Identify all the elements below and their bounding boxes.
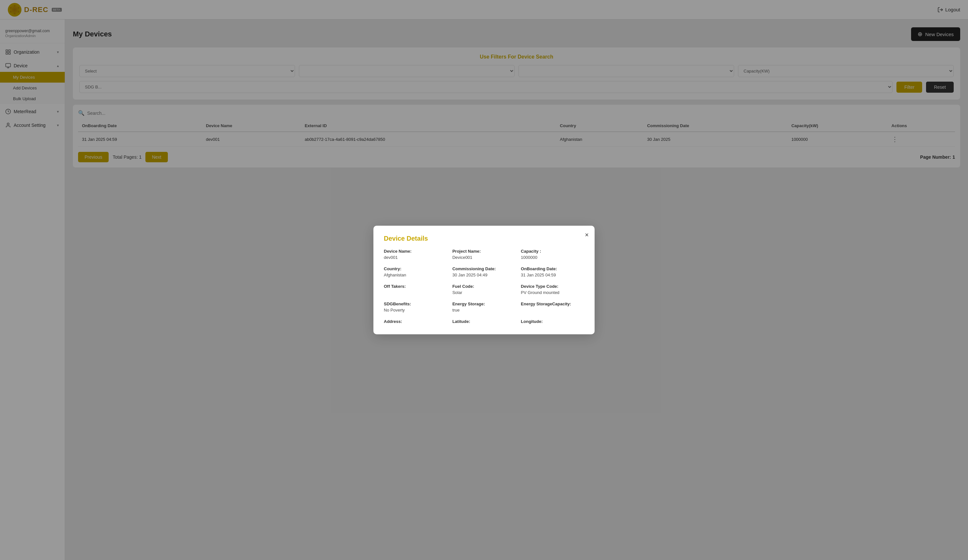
modal-field-item: Device Name:dev001 <box>384 249 447 260</box>
modal-field-value: 30 Jan 2025 04:49 <box>453 273 516 277</box>
modal-field-item: OnBoarding Date:31 Jan 2025 04:59 <box>521 266 584 277</box>
modal-field-value: Solar <box>453 290 516 295</box>
modal-field-item: Longitude: <box>521 319 584 325</box>
modal-field-item: Fuel Code:Solar <box>453 284 516 295</box>
modal-field-item: Project Name:Device001 <box>453 249 516 260</box>
modal-field-label: Longitude: <box>521 319 584 324</box>
modal-field-item: Device Type Code:PV Ground mounted <box>521 284 584 295</box>
modal-overlay[interactable]: Device Details × Device Name:dev001Proje… <box>0 0 968 560</box>
modal-field-label: Project Name: <box>453 249 516 253</box>
modal-fields-grid: Device Name:dev001Project Name:Device001… <box>384 249 584 325</box>
modal-field-label: Address: <box>384 319 447 324</box>
modal-field-item: Energy StorageCapacity: <box>521 302 584 313</box>
modal-field-value: No Poverty <box>384 308 447 313</box>
modal-field-label: OnBoarding Date: <box>521 266 584 271</box>
modal-field-item: SDGBenefits:No Poverty <box>384 302 447 313</box>
modal-field-value: true <box>453 308 516 313</box>
modal-field-label: Device Type Code: <box>521 284 584 289</box>
modal-field-label: Commissioning Date: <box>453 266 516 271</box>
modal-field-item: Latitude: <box>453 319 516 325</box>
modal-field-label: Fuel Code: <box>453 284 516 289</box>
modal-field-item: Address: <box>384 319 447 325</box>
modal-field-label: Capacity : <box>521 249 584 253</box>
modal-field-item: Country:Afghanistan <box>384 266 447 277</box>
modal-field-value: Device001 <box>453 255 516 260</box>
modal-field-label: SDGBenefits: <box>384 302 447 307</box>
modal-field-label: Energy Storage: <box>453 302 516 307</box>
modal-field-value: PV Ground mounted <box>521 290 584 295</box>
modal-field-label: Latitude: <box>453 319 516 324</box>
modal-field-value: Afghanistan <box>384 273 447 277</box>
modal-field-label: Energy StorageCapacity: <box>521 302 584 307</box>
modal-field-label: Device Name: <box>384 249 447 253</box>
modal-field-label: Country: <box>384 266 447 271</box>
modal-field-item: Commissioning Date:30 Jan 2025 04:49 <box>453 266 516 277</box>
modal-field-value: 1000000 <box>521 255 584 260</box>
modal-field-item: Off Takers: <box>384 284 447 295</box>
modal-field-label: Off Takers: <box>384 284 447 289</box>
modal-field-item: Capacity :1000000 <box>521 249 584 260</box>
modal-title: Device Details <box>384 235 584 242</box>
device-details-modal: Device Details × Device Name:dev001Proje… <box>373 226 595 334</box>
modal-field-value: 31 Jan 2025 04:59 <box>521 273 584 277</box>
modal-close-button[interactable]: × <box>585 232 589 238</box>
modal-field-value: dev001 <box>384 255 447 260</box>
modal-field-item: Energy Storage:true <box>453 302 516 313</box>
